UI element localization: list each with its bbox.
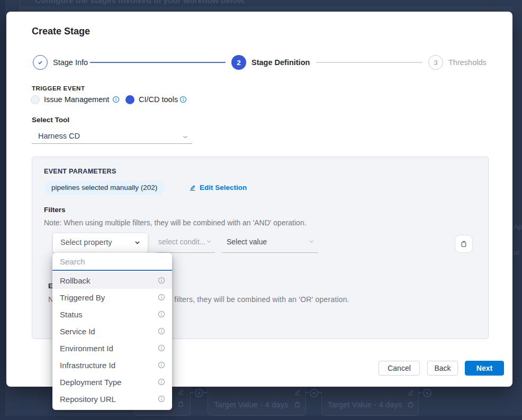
trash-icon bbox=[407, 400, 415, 408]
step-1-label: Stage Info bbox=[53, 55, 88, 70]
background-footer-band bbox=[0, 416, 522, 420]
filters-title: Filters bbox=[44, 206, 66, 214]
background-connector bbox=[204, 392, 207, 393]
next-button-label: Next bbox=[476, 364, 492, 372]
edit-selection-link[interactable]: Edit Selection bbox=[188, 184, 247, 191]
cancel-button[interactable]: Cancel bbox=[379, 361, 420, 376]
info-icon[interactable] bbox=[158, 395, 165, 403]
dropdown-option-deployment-type[interactable]: Deployment Type bbox=[52, 373, 172, 390]
dropdown-option-environment-id[interactable]: Environment Id bbox=[52, 340, 172, 357]
next-button[interactable]: Next bbox=[465, 361, 504, 376]
trash-icon bbox=[293, 400, 301, 408]
background-header-band bbox=[20, 6, 512, 12]
modal-title: Create Stage bbox=[32, 26, 90, 37]
info-icon[interactable] bbox=[158, 327, 165, 335]
pipelines-selection-chip: pipelines selected manually (202) bbox=[44, 180, 165, 195]
cancel-button-label: Cancel bbox=[388, 364, 411, 372]
background-connector bbox=[418, 392, 421, 393]
dropdown-option-label: Infrastructure Id bbox=[60, 361, 115, 370]
dropdown-option-label: Service Id bbox=[60, 327, 95, 336]
background-heading-clipped: Configure the stages involved in your wo… bbox=[35, 0, 406, 5]
step-1-indicator bbox=[33, 55, 48, 70]
back-button[interactable]: Back bbox=[427, 361, 458, 376]
dropdown-option-label: Repository URL bbox=[60, 395, 116, 404]
dropdown-search bbox=[52, 253, 172, 271]
dropdown-option-rollback[interactable]: Rollback bbox=[52, 272, 172, 289]
select-tool-dropdown[interactable]: Harness CD bbox=[32, 129, 192, 144]
background-sidebar-edge bbox=[0, 0, 5, 420]
edit-icon bbox=[188, 184, 196, 191]
step-2-label: Stage Definition bbox=[251, 55, 310, 70]
trash-icon bbox=[460, 240, 468, 248]
add-stage-icon bbox=[422, 388, 433, 398]
delete-filter-button[interactable] bbox=[455, 235, 473, 253]
screen: Configure the stages involved in your wo… bbox=[0, 0, 522, 420]
step-3-indicator: 3 bbox=[428, 55, 443, 70]
radio-issue-management-label[interactable]: Issue Management bbox=[44, 95, 109, 104]
dropdown-option-label: Environment Id bbox=[60, 344, 113, 353]
chevron-down-icon bbox=[308, 238, 315, 245]
edit-icon bbox=[177, 388, 185, 396]
add-stage-icon bbox=[309, 388, 319, 398]
chevron-down-icon bbox=[134, 239, 141, 246]
select-tool-label: Select Tool bbox=[32, 116, 69, 124]
check-icon bbox=[37, 59, 44, 66]
info-icon[interactable] bbox=[158, 311, 165, 318]
dropdown-option-status[interactable]: Status bbox=[52, 306, 172, 323]
property-dropdown-popover: Rollback Triggered By Status Service Id … bbox=[52, 253, 172, 410]
add-stage-icon bbox=[194, 388, 204, 398]
dropdown-option-triggered-by[interactable]: Triggered By bbox=[52, 289, 172, 306]
stepper-connector-pending bbox=[316, 62, 422, 63]
back-button-label: Back bbox=[434, 364, 451, 372]
background-heading-text: Configure the stages involved in your wo… bbox=[35, 0, 406, 5]
step-2-number: 2 bbox=[237, 59, 241, 67]
event-parameters-title: EVENT PARAMETERS bbox=[44, 168, 116, 175]
info-icon[interactable] bbox=[158, 378, 165, 386]
edit-selection-label: Edit Selection bbox=[200, 184, 247, 191]
background-fragment: Ap bbox=[514, 223, 522, 231]
edit-icon bbox=[293, 388, 301, 396]
background-fragment: et bbox=[514, 249, 519, 257]
dropdown-option-infrastructure-id[interactable]: Infrastructure Id bbox=[52, 357, 172, 373]
info-icon[interactable] bbox=[112, 96, 120, 103]
radio-issue-management[interactable] bbox=[31, 95, 40, 104]
dropdown-option-label: Deployment Type bbox=[60, 378, 121, 387]
step-3-number: 3 bbox=[434, 59, 438, 67]
dropdown-option-label: Status bbox=[60, 310, 83, 319]
edit-icon bbox=[407, 388, 415, 396]
step-2-indicator: 2 bbox=[231, 55, 246, 70]
dropdown-option-label: Triggered By bbox=[60, 293, 105, 302]
radio-cicd-tools-label[interactable]: CI/CD tools bbox=[139, 95, 178, 104]
select-tool-value: Harness CD bbox=[38, 132, 80, 140]
value-underline bbox=[222, 252, 318, 253]
dropdown-options: Rollback Triggered By Status Service Id … bbox=[52, 271, 172, 410]
select-property-placeholder: Select property bbox=[60, 238, 112, 246]
trash-icon bbox=[177, 400, 185, 408]
info-icon[interactable] bbox=[158, 277, 165, 284]
background-card-label: Target Value - 4 days bbox=[328, 400, 402, 409]
step-3-label: Thresholds bbox=[448, 55, 487, 70]
info-icon[interactable] bbox=[179, 96, 187, 103]
background-card-label: Target Value - 4 days bbox=[214, 400, 289, 409]
info-icon[interactable] bbox=[158, 344, 165, 352]
filters-note: Note: When using multiple filters, they … bbox=[44, 218, 307, 227]
dropdown-option-service-id[interactable]: Service Id bbox=[52, 323, 172, 340]
dropdown-option-repository-url[interactable]: Repository URL bbox=[52, 390, 172, 407]
chevron-down-icon bbox=[182, 133, 189, 141]
background-connector bbox=[190, 392, 193, 393]
select-condition-dropdown[interactable]: select condit... bbox=[158, 238, 206, 246]
background-divider bbox=[20, 0, 20, 12]
select-value-dropdown[interactable]: Select value bbox=[227, 238, 267, 246]
trigger-event-label: TRIGGER EVENT bbox=[32, 85, 85, 92]
dropdown-option-label: Rollback bbox=[60, 276, 91, 285]
info-icon[interactable] bbox=[158, 294, 165, 301]
info-icon[interactable] bbox=[158, 361, 165, 369]
search-input[interactable] bbox=[52, 253, 172, 270]
select-property-dropdown[interactable]: Select property bbox=[53, 233, 148, 253]
chevron-down-icon bbox=[205, 238, 212, 245]
stepper-connector-done bbox=[90, 62, 226, 63]
radio-cicd-tools[interactable] bbox=[125, 95, 134, 104]
